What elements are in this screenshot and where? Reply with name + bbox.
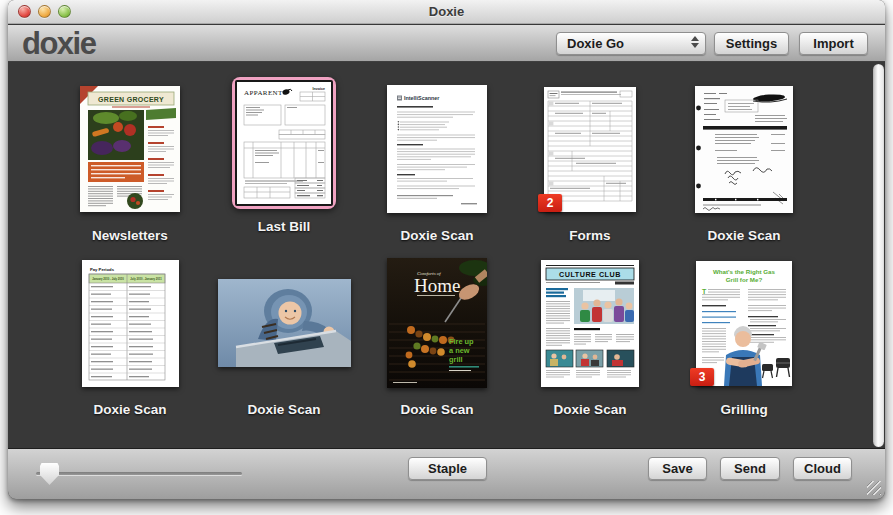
library-item-doxie-scan-3: Pay Periods January 2010 - July 2010 Jul… [55,253,205,417]
item-label: Doxie Scan [515,402,665,417]
svg-text:Fire up: Fire up [449,337,474,346]
newsletter-preview: CULTURE CLUB [541,260,639,387]
thumbnail-doxie-scan-3[interactable]: Pay Periods January 2010 - July 2010 Jul… [82,260,179,387]
item-label: Newsletters [55,228,205,243]
svg-text:a new: a new [449,346,470,355]
library-item-doxie-scan-4: Doxie Scan [209,253,359,417]
article-preview-grilling: What's the Right Gas Grill for Me? T [696,261,792,386]
save-button[interactable]: Save [648,457,707,480]
item-label: Forms [515,228,665,243]
thumbnail-forms[interactable]: 2 [544,87,636,212]
thumbnail-doxie-scan-5[interactable]: Comforts of Home Fire up a new grill [387,258,487,388]
photo-preview-baby [218,279,351,367]
settings-button[interactable]: Settings [714,32,789,55]
svg-text:Grill for Me?: Grill for Me? [726,276,763,283]
svg-text:IntelliScanner: IntelliScanner [404,95,440,101]
library-item-doxie-scan-1: IntelliScanner [362,79,512,243]
document-preview-newsletter: GREEN GROCERY [80,86,180,212]
item-label: Last Bill [209,219,359,234]
svg-text:grill: grill [449,355,463,364]
svg-text:APPARENT: APPARENT [244,89,283,97]
page-count-badge: 3 [690,368,714,386]
vertical-scrollbar[interactable] [873,64,884,447]
doxie-logo: doxie [22,26,95,62]
item-label: Doxie Scan [362,402,512,417]
svg-text:July 2010 - January 2011: July 2010 - January 2011 [130,277,162,281]
device-select-value: Doxie Go [567,36,624,51]
item-label: Doxie Scan [362,228,512,243]
resize-grip[interactable] [867,481,881,495]
zoom-slider-track[interactable] [36,472,242,475]
bottom-toolbar: Staple Save Send Cloud [8,448,885,499]
svg-text:January 2010 - July 2010: January 2010 - July 2010 [92,277,124,281]
item-label: Doxie Scan [209,402,359,417]
library-item-doxie-scan-2: Doxie Scan [669,79,819,243]
document-preview-form [544,87,636,212]
magazine-cover-preview: Comforts of Home Fire up a new grill [387,258,487,388]
thumbnail-doxie-scan-2[interactable] [695,86,793,213]
doxie-window: Doxie doxie Doxie Go Settings Import GRE… [8,0,885,499]
library-item-doxie-scan-6: CULTURE CLUB [515,253,665,417]
thumbnail-last-bill[interactable]: APPARENT Invoice [237,82,331,204]
page-count-badge: 2 [538,194,562,212]
library-item-doxie-scan-5: Comforts of Home Fire up a new grill Dox… [362,253,512,417]
item-label: Doxie Scan [669,228,819,243]
svg-text:CULTURE CLUB: CULTURE CLUB [559,270,621,279]
thumbnail-newsletters[interactable]: GREEN GROCERY [80,86,180,212]
window-title: Doxie [8,4,885,19]
zoom-slider[interactable] [36,463,242,487]
svg-text:Invoice: Invoice [313,87,325,91]
document-preview-invoice: APPARENT Invoice [237,82,331,204]
thumbnail-doxie-scan-4[interactable] [218,279,351,367]
thumbnail-grilling[interactable]: What's the Right Gas Grill for Me? T [696,261,792,386]
svg-text:GREEN GROCERY: GREEN GROCERY [98,96,164,103]
cloud-button[interactable]: Cloud [793,457,852,480]
document-preview-scanned-invoice [695,86,793,213]
zoom-slider-thumb[interactable] [40,463,59,485]
thumbnail-doxie-scan-1[interactable]: IntelliScanner [387,85,487,213]
library-item-grilling: What's the Right Gas Grill for Me? T [669,253,819,417]
title-bar: Doxie [8,0,885,24]
svg-text:Pay Periods: Pay Periods [90,267,115,272]
staple-button[interactable]: Staple [408,457,487,480]
library-grid: GREEN GROCERY [8,63,885,448]
library-item-forms: 2 Forms [515,79,665,243]
import-button[interactable]: Import [799,32,868,55]
svg-text:T: T [702,288,707,295]
main-toolbar: doxie Doxie Go Settings Import [8,25,885,62]
document-preview-table: Pay Periods January 2010 - July 2010 Jul… [82,260,179,387]
svg-text:What's the Right Gas: What's the Right Gas [713,268,776,275]
item-label: Doxie Scan [55,402,205,417]
device-select[interactable]: Doxie Go [556,32,706,55]
thumbnail-doxie-scan-6[interactable]: CULTURE CLUB [541,260,639,387]
item-label: Grilling [669,402,819,417]
send-button[interactable]: Send [720,457,780,480]
library-item-newsletters: GREEN GROCERY [55,79,205,243]
document-preview-text: IntelliScanner [387,85,487,213]
library-item-last-bill: APPARENT Invoice [209,73,359,234]
selection-frame: APPARENT Invoice [232,77,336,209]
svg-text:Home: Home [414,275,460,296]
select-arrows-icon [691,36,699,48]
